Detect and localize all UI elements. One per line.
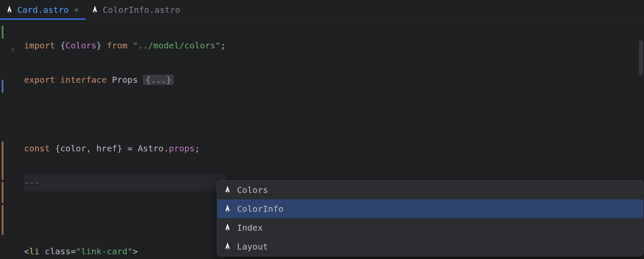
code-line: ---	[24, 174, 226, 191]
gutter-stripe	[2, 182, 3, 203]
completion-label: ColorInfo	[237, 204, 283, 214]
autocomplete-popup: Colors ColorInfo Index Layout	[217, 180, 644, 256]
completion-label: Colors	[237, 185, 268, 195]
code-line: const {color, href} = Astro.props;	[24, 140, 226, 157]
gutter-stripe	[2, 26, 3, 39]
astro-icon	[91, 6, 98, 14]
gutter-stripe	[2, 80, 3, 93]
completion-item-selected[interactable]: ColorInfo	[217, 199, 643, 218]
astro-icon	[224, 186, 231, 194]
tab-label: Card.astro	[17, 5, 69, 15]
close-icon[interactable]: ×	[73, 5, 79, 14]
fold-badge[interactable]: {...}	[143, 75, 174, 85]
completion-item[interactable]: Colors	[217, 181, 643, 199]
completion-label: Layout	[237, 241, 268, 252]
fold-chevron-icon[interactable]: ›	[10, 45, 15, 54]
completion-label: Index	[237, 223, 263, 233]
code-area[interactable]: import {Colors} from "../model/colors"; …	[21, 20, 226, 259]
gutter-stripe	[2, 142, 3, 180]
tab-colorinfo-astro[interactable]: ColorInfo.astro	[85, 0, 186, 19]
code-line: export interface Props {...}	[24, 71, 226, 88]
astro-icon	[224, 223, 231, 232]
gutter-stripe	[2, 205, 3, 235]
astro-icon	[6, 6, 13, 14]
tab-bar: Card.astro × ColorInfo.astro	[0, 0, 644, 20]
completion-item[interactable]: Layout	[217, 237, 643, 256]
code-line	[24, 208, 226, 226]
completion-item[interactable]: Index	[217, 218, 643, 237]
astro-icon	[224, 205, 231, 213]
gutter: ›	[0, 20, 21, 259]
code-line	[24, 105, 226, 123]
code-line: <li class="link-card">	[24, 243, 226, 259]
code-line: import {Colors} from "../model/colors";	[24, 37, 226, 54]
scrollbar[interactable]	[639, 40, 643, 75]
tab-label: ColorInfo.astro	[103, 5, 180, 15]
astro-icon	[224, 242, 231, 251]
tab-card-astro[interactable]: Card.astro ×	[0, 0, 85, 19]
